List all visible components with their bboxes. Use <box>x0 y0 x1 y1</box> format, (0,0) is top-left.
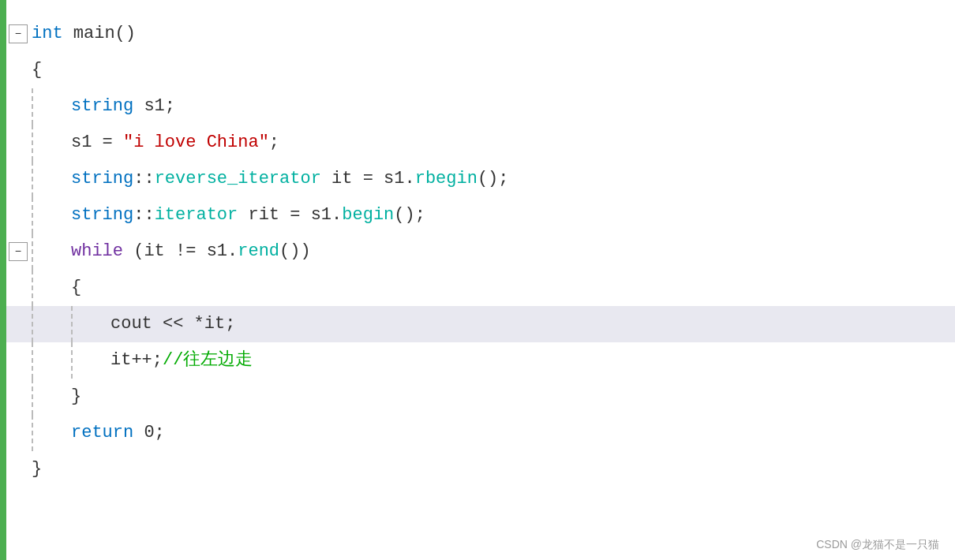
left-accent-bar <box>0 0 6 560</box>
token: cout << *it; <box>110 314 235 334</box>
code-tokens-12: return 0; <box>71 415 955 451</box>
token: { <box>32 60 42 80</box>
token: string <box>71 205 133 225</box>
token: s1 = <box>71 133 123 152</box>
code-line-6: string::iterator rit = s1.begin(); <box>6 197 955 233</box>
code-line-7: −while (it != s1.rend()) <box>6 233 955 270</box>
code-tokens-10: it++;//往左边走 <box>110 342 955 379</box>
token: reverse_iterator <box>155 169 321 189</box>
indent-col-1 <box>32 270 71 306</box>
indent-col-2 <box>71 342 110 379</box>
code-line-1: −int main() <box>6 16 955 52</box>
indent-col-1 <box>32 379 71 415</box>
code-tokens-7: while (it != s1.rend()) <box>71 233 955 270</box>
code-area: −int main(){string s1;s1 = "i love China… <box>6 8 955 495</box>
indent-col-1 <box>32 88 71 125</box>
token: return <box>71 423 133 442</box>
token: 0; <box>133 423 165 442</box>
code-line-13: } <box>6 451 955 487</box>
indent-col-1 <box>32 125 71 161</box>
token: rbegin <box>415 169 478 189</box>
token: string <box>71 169 133 189</box>
token: it++; <box>110 350 163 370</box>
token: :: <box>133 205 154 225</box>
code-tokens-1: int main() <box>32 16 955 52</box>
code-tokens-11: } <box>71 379 955 415</box>
token: while <box>71 241 123 261</box>
indent-col-1 <box>32 415 71 451</box>
code-line-3: string s1; <box>6 88 955 125</box>
code-line-10: it++;//往左边走 <box>6 342 955 379</box>
token: it = s1. <box>321 169 415 189</box>
code-line-5: string::reverse_iterator it = s1.rbegin(… <box>6 161 955 197</box>
token: ()) <box>279 241 311 261</box>
indent-col-1 <box>32 233 71 270</box>
token: s1; <box>133 96 175 116</box>
code-line-8: { <box>6 270 955 306</box>
code-line-11: } <box>6 379 955 415</box>
code-line-12: return 0; <box>6 415 955 451</box>
code-tokens-9: cout << *it; <box>110 306 955 342</box>
token: } <box>71 386 81 406</box>
indent-col-1 <box>32 306 71 342</box>
code-tokens-6: string::iterator rit = s1.begin(); <box>71 197 955 233</box>
code-tokens-8: { <box>71 270 955 306</box>
token: :: <box>133 169 154 189</box>
token: } <box>32 459 42 479</box>
watermark: CSDN @龙猫不是一只猫 <box>816 538 939 552</box>
code-tokens-3: string s1; <box>71 88 955 125</box>
token: (it != s1. <box>123 241 238 261</box>
token: iterator <box>155 205 238 225</box>
token: (); <box>394 205 425 225</box>
indent-col-1 <box>32 197 71 233</box>
token: main() <box>63 24 136 43</box>
token: rend <box>238 241 279 261</box>
token: string <box>71 96 133 116</box>
code-tokens-5: string::reverse_iterator it = s1.rbegin(… <box>71 161 955 197</box>
code-tokens-4: s1 = "i love China"; <box>71 125 955 161</box>
code-line-2: { <box>6 52 955 88</box>
code-tokens-13: } <box>32 451 955 487</box>
collapse-button-7[interactable]: − <box>9 242 28 261</box>
code-tokens-2: { <box>32 52 955 88</box>
code-line-9: cout << *it; <box>6 306 955 342</box>
indent-col-1 <box>32 161 71 197</box>
token: int <box>32 24 63 43</box>
token: rit = s1. <box>238 205 342 225</box>
code-line-4: s1 = "i love China"; <box>6 125 955 161</box>
collapse-button-1[interactable]: − <box>9 24 28 43</box>
token: "i love China" <box>123 133 269 152</box>
code-container: −int main(){string s1;s1 = "i love China… <box>0 0 955 560</box>
token: begin <box>342 205 394 225</box>
token: //往左边走 <box>163 350 253 370</box>
indent-col-2 <box>71 306 110 342</box>
token: (); <box>478 169 509 189</box>
token: { <box>71 278 81 297</box>
token: ; <box>269 133 279 152</box>
indent-col-1 <box>32 342 71 379</box>
